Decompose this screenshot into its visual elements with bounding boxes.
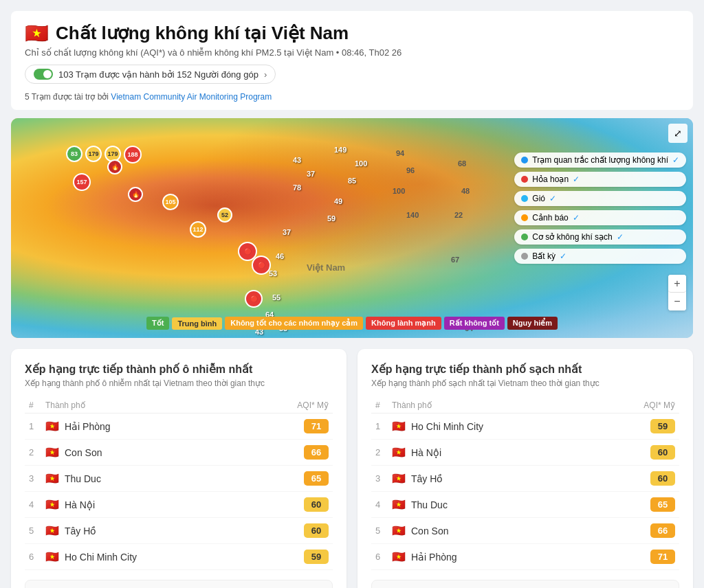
layer-monitoring-label: Trạm quan trắc chất lượng không khí bbox=[532, 155, 668, 165]
layer-any-label: Bất kỳ bbox=[532, 251, 556, 261]
aqi-cell: 65 bbox=[596, 492, 679, 518]
map-num-37b: 37 bbox=[283, 228, 291, 236]
aqi-badge: 59 bbox=[304, 550, 329, 564]
table-row[interactable]: 4 🇻🇳 Thu Duc 65 bbox=[371, 492, 679, 518]
map-num-37: 37 bbox=[307, 170, 315, 178]
city-name: Thu Duc bbox=[65, 473, 101, 484]
city-cell: 🇻🇳 Hải Phòng bbox=[388, 544, 596, 570]
city-cell: 🇻🇳 Ho Chi Minh City bbox=[388, 414, 596, 440]
cleanest-subtitle: Xếp hạng thành phố sạch nhất tại Vietnam… bbox=[371, 378, 679, 388]
map-marker-112: 112 bbox=[190, 221, 206, 238]
city-flag: 🇻🇳 bbox=[392, 550, 406, 563]
table-row[interactable]: 1 🇻🇳 Ho Chi Minh City 59 bbox=[371, 414, 679, 440]
map-num-85: 85 bbox=[348, 177, 356, 185]
table-row[interactable]: 2 🇻🇳 Con Son 66 bbox=[25, 440, 333, 466]
aqi-cell: 59 bbox=[596, 414, 679, 440]
map-num-149: 149 bbox=[334, 146, 346, 154]
table-row[interactable]: 3 🇻🇳 Thu Duc 65 bbox=[25, 466, 333, 492]
rank-cell: 3 bbox=[371, 466, 388, 492]
aqi-cell: 60 bbox=[250, 518, 333, 544]
layer-alert-check: ✓ bbox=[573, 213, 580, 223]
map-num-59: 59 bbox=[327, 214, 336, 223]
map-zoom-controls: + − bbox=[668, 275, 686, 310]
layer-monitoring-check: ✓ bbox=[672, 155, 679, 165]
table-row[interactable]: 5 🇻🇳 Con Son 66 bbox=[371, 518, 679, 544]
aqi-cell: 60 bbox=[250, 492, 333, 518]
station-bar[interactable]: 103 Trạm được vận hành bởi 152 Người đón… bbox=[25, 65, 276, 84]
aqi-cell: 60 bbox=[596, 466, 679, 492]
aqi-badge: 71 bbox=[650, 550, 675, 564]
aqi-badge: 65 bbox=[304, 471, 329, 486]
col-city-header-c: Thành phố bbox=[388, 398, 596, 414]
city-flag: 🇻🇳 bbox=[392, 420, 406, 433]
most-polluted-year-box: 2023 thành phố ô nhiễm nhất tại Vietnam … bbox=[25, 580, 333, 588]
map-marker-52: 52 bbox=[217, 207, 232, 223]
table-row[interactable]: 3 🇻🇳 Tây Hồ 60 bbox=[371, 466, 679, 492]
aqi-badge: 66 bbox=[650, 523, 675, 538]
vietnam-flag: 🇻🇳 bbox=[25, 22, 49, 45]
layer-any-btn[interactable]: Bất kỳ ✓ bbox=[514, 249, 686, 264]
header-title-row: 🇻🇳 Chất lượng không khí tại Việt Nam bbox=[25, 22, 679, 45]
city-name: Con Son bbox=[411, 525, 448, 536]
layer-fire-check: ✓ bbox=[573, 174, 580, 184]
rank-cell: 4 bbox=[25, 492, 41, 518]
city-name: Thu Duc bbox=[411, 499, 448, 510]
city-name: Hải Phòng bbox=[411, 552, 457, 563]
layer-fire-btn[interactable]: Hỏa hoạn ✓ bbox=[514, 172, 686, 187]
city-name: Tây Hồ bbox=[65, 525, 96, 536]
col-rank-header-c: # bbox=[371, 398, 388, 414]
layer-alert-dot bbox=[521, 214, 528, 221]
aqi-cell: 60 bbox=[596, 440, 679, 466]
map-num-53: 53 bbox=[269, 269, 277, 278]
layer-fire-label: Hỏa hoạn bbox=[532, 174, 569, 184]
legend-hazardous: Nguy hiểm bbox=[507, 317, 558, 330]
layer-monitoring-btn[interactable]: Trạm quan trắc chất lượng không khí ✓ bbox=[514, 152, 686, 168]
city-cell: 🇻🇳 Con Son bbox=[41, 440, 250, 466]
rank-cell: 1 bbox=[25, 414, 41, 440]
aqi-badge: 71 bbox=[304, 419, 329, 433]
aqi-badge: 65 bbox=[650, 497, 675, 512]
cleanest-header-row: # Thành phố AQI* Mỹ bbox=[371, 398, 679, 414]
layer-wind-btn[interactable]: Gió ✓ bbox=[514, 191, 686, 206]
map-num-46: 46 bbox=[276, 252, 284, 260]
table-row[interactable]: 6 🇻🇳 Hải Phòng 71 bbox=[371, 544, 679, 570]
cleanest-year-box: 2023 thành phố sạch nhất tại Vietnam Tra… bbox=[371, 580, 679, 588]
layer-clean-btn[interactable]: Cơ sở không khí sạch ✓ bbox=[514, 229, 686, 245]
table-row[interactable]: 1 🇻🇳 Hải Phòng 71 bbox=[25, 414, 333, 440]
zoom-in-button[interactable]: + bbox=[668, 275, 686, 293]
city-flag: 🇻🇳 bbox=[45, 446, 59, 459]
city-flag: 🇻🇳 bbox=[392, 498, 406, 511]
city-flag: 🇻🇳 bbox=[45, 420, 59, 433]
legend-good: Tốt bbox=[146, 317, 169, 330]
rank-cell: 2 bbox=[371, 440, 388, 466]
map-num-100b: 100 bbox=[393, 187, 405, 195]
zoom-out-button[interactable]: − bbox=[668, 293, 686, 310]
city-flag: 🇻🇳 bbox=[45, 498, 59, 511]
layer-clean-dot bbox=[521, 234, 528, 240]
city-cell: 🇻🇳 Tây Hồ bbox=[41, 518, 250, 544]
layer-alert-btn[interactable]: Cảnh báo ✓ bbox=[514, 210, 686, 225]
map-num-78: 78 bbox=[293, 183, 301, 192]
city-cell: 🇻🇳 Hải Phòng bbox=[41, 414, 250, 440]
table-row[interactable]: 2 🇻🇳 Hà Nội 60 bbox=[371, 440, 679, 466]
city-name: Con Son bbox=[65, 447, 102, 458]
table-row[interactable]: 6 🇻🇳 Ho Chi Minh City 59 bbox=[25, 544, 333, 570]
most-polluted-card: Xếp hạng trực tiếp thành phố ô nhiễm nhấ… bbox=[11, 349, 346, 588]
sponsor-link[interactable]: Vietnam Community Air Monitoring Program bbox=[111, 92, 272, 102]
city-flag: 🇻🇳 bbox=[45, 550, 59, 563]
city-name: Hà Nội bbox=[65, 499, 95, 510]
table-row[interactable]: 5 🇻🇳 Tây Hồ 60 bbox=[25, 518, 333, 544]
header: 🇻🇳 Chất lượng không khí tại Việt Nam Chỉ… bbox=[11, 11, 693, 110]
city-cell: 🇻🇳 Thu Duc bbox=[388, 492, 596, 518]
most-polluted-header-row: # Thành phố AQI* Mỹ bbox=[25, 398, 333, 414]
map-num-96: 96 bbox=[406, 166, 415, 174]
map-num-49: 49 bbox=[334, 197, 342, 205]
map-expand-button[interactable]: ⤢ bbox=[668, 124, 688, 143]
sponsor-text: 5 Trạm được tài trợ bởi Vietnam Communit… bbox=[25, 92, 679, 102]
most-polluted-body: 1 🇻🇳 Hải Phòng 71 2 🇻🇳 Con Son 66 bbox=[25, 414, 333, 570]
map-marker-157: 157 bbox=[73, 173, 91, 191]
table-row[interactable]: 4 🇻🇳 Hà Nội 60 bbox=[25, 492, 333, 518]
header-subtitle: Chỉ số chất lượng không khí (AQI*) và ô … bbox=[25, 47, 679, 58]
page-title: Chất lượng không khí tại Việt Nam bbox=[56, 23, 349, 44]
city-name: Hải Phòng bbox=[65, 421, 111, 432]
